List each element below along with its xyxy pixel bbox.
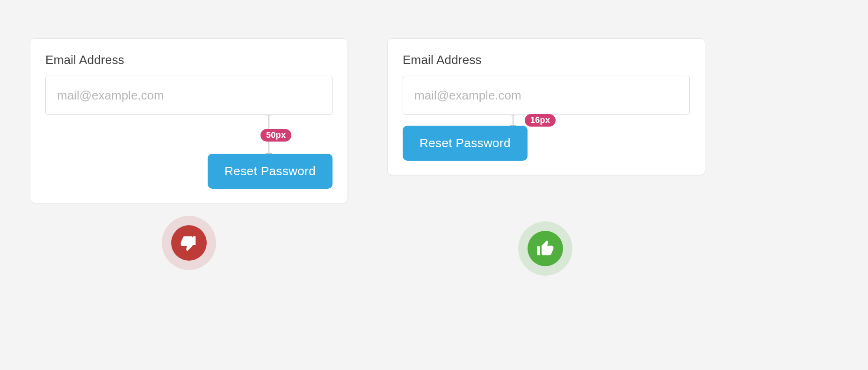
spacing-indicator: 50px [45,115,333,154]
reset-password-button[interactable]: Reset Password [403,126,528,161]
form-card: Email Address 16px Reset Password [387,38,705,175]
thumbs-down-icon [171,225,207,261]
email-label: Email Address [403,53,690,67]
verdict-bad [162,216,216,270]
spacing-indicator: 16px [403,115,690,126]
thumbs-up-icon [528,231,563,266]
spacing-badge: 50px [260,129,291,142]
email-field[interactable] [403,76,690,115]
measurement-line [513,115,514,126]
email-field[interactable] [45,76,333,115]
button-row: Reset Password [403,126,690,161]
form-card: Email Address 50px Reset Password [30,38,348,203]
reset-password-button[interactable]: Reset Password [208,154,333,189]
bad-example-container: Email Address 50px Reset Password [30,38,348,203]
email-label: Email Address [45,53,333,67]
verdict-good [518,221,572,276]
spacing-badge: 16px [525,114,556,127]
button-row: Reset Password [45,154,333,189]
good-example-container: Email Address 16px Reset Password [387,38,705,175]
